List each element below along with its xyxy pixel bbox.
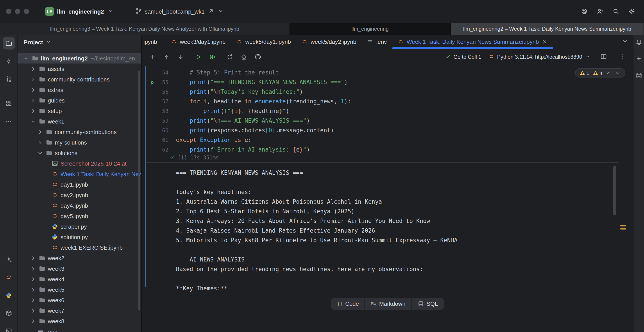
code-line[interactable]: 54 # Step 5: Print the result xyxy=(148,68,618,78)
window-tab[interactable]: llm_engineering3 – Week 1 Task: Kenyan D… xyxy=(0,23,290,35)
project-button[interactable] xyxy=(2,37,15,49)
tree-item-week5[interactable]: week5 xyxy=(18,284,141,295)
clear-outputs-button[interactable] xyxy=(238,52,250,62)
code-line[interactable]: 56 print("\nToday's key headlines:") xyxy=(148,87,618,97)
tree-item-week1[interactable]: week1 xyxy=(18,116,141,127)
code-line[interactable]: 57 for i, headline in enumerate(trending… xyxy=(148,97,618,106)
go-to-cell-widget[interactable]: Go to Cell 1 xyxy=(444,53,481,61)
tree-item-day4-ipynb[interactable]: day4.ipynb xyxy=(18,200,141,211)
tree-item-day1-ipynb[interactable]: day1.ipynb xyxy=(18,179,141,190)
editor-tab-week5-day1-ipynb[interactable]: week5/day1.ipynb xyxy=(231,35,296,49)
code-line[interactable]: 59 print("\n=== AI NEWS ANALYSIS ===") xyxy=(148,116,618,126)
tree-item-week3[interactable]: week3 xyxy=(18,263,141,274)
chevron-right-icon[interactable] xyxy=(30,286,36,293)
tree-item-solution-py[interactable]: solution.py xyxy=(18,232,141,242)
terminal-button[interactable] xyxy=(2,325,15,332)
split-editor-button[interactable] xyxy=(598,52,609,62)
python-console-button[interactable] xyxy=(2,289,15,301)
chevron-right-icon[interactable] xyxy=(30,276,36,282)
window-tab[interactable]: llm_engineering xyxy=(290,23,451,35)
project-tree-scrollbar[interactable] xyxy=(138,70,140,311)
ai-assistant-button[interactable] xyxy=(634,54,644,63)
minimize-window-button[interactable] xyxy=(15,9,20,14)
kernel-selector[interactable]: Python 3.11.14: http://localhost:8890 xyxy=(488,53,591,61)
project-switcher[interactable]: LE llm_engineering2 xyxy=(42,5,117,17)
tree-item-assets[interactable]: assets xyxy=(18,63,141,74)
run-cell-button[interactable] xyxy=(192,52,204,62)
project-panel-header[interactable]: Project xyxy=(18,35,141,49)
zoom-window-button[interactable] xyxy=(24,9,29,14)
warning-stripe-mark[interactable] xyxy=(620,228,626,229)
code-with-me-button[interactable] xyxy=(594,5,606,17)
close-tab-icon[interactable] xyxy=(542,38,548,45)
previous-problem-icon[interactable] xyxy=(606,70,612,76)
tree-item-week1-exercise-ipynb[interactable]: week1 EXERCISE.ipynb xyxy=(18,242,141,253)
editor-tab-env[interactable]: .env xyxy=(362,35,392,49)
chevron-right-icon[interactable] xyxy=(30,307,36,314)
jupyter-button[interactable] xyxy=(2,271,15,283)
settings-button[interactable] xyxy=(626,5,638,17)
search-everywhere-button[interactable] xyxy=(610,5,622,17)
add-markdown-cell-button[interactable]: M↓Markdown xyxy=(365,298,411,310)
editor-tab-week5-day2-ipynb[interactable]: week5/day2.ipynb xyxy=(296,35,362,49)
tree-item-day5-ipynb[interactable]: day5.ipynb xyxy=(18,211,141,221)
chevron-right-icon[interactable] xyxy=(30,65,36,72)
code-line[interactable]: 62 print(f"Error in AI analysis: {e}") xyxy=(148,145,618,155)
run-all-cells-button[interactable] xyxy=(206,52,218,62)
add-code-cell-button[interactable]: {}Code xyxy=(331,298,364,310)
warning-count-badge[interactable]: 1 xyxy=(580,70,589,76)
chevron-right-icon[interactable] xyxy=(30,87,36,93)
restart-kernel-button[interactable] xyxy=(224,52,236,62)
chevron-right-icon[interactable] xyxy=(30,97,36,104)
tree-item-week8[interactable]: week8 xyxy=(18,316,141,326)
tree-item-guides[interactable]: guides xyxy=(18,95,141,106)
chevron-right-icon[interactable] xyxy=(30,318,36,324)
code-cell[interactable]: 54 # Step 5: Print the result55 print("=… xyxy=(147,66,618,163)
tree-item-day2-ipynb[interactable]: day2.ipynb xyxy=(18,190,141,200)
vcs-branch-widget[interactable]: samuel_bootcamp_wk1 xyxy=(132,5,227,17)
github-button[interactable] xyxy=(252,52,264,62)
tree-item-week-1-task-daily-kenyan-news-summarizer[interactable]: Week 1 Task: Daily Kenyan News Summarize… xyxy=(18,169,141,179)
chevron-right-icon[interactable] xyxy=(30,108,36,114)
chevron-right-icon[interactable] xyxy=(37,139,44,146)
add-sql-cell-button[interactable]: SQL xyxy=(412,298,444,310)
more-options-button[interactable] xyxy=(616,52,628,62)
tree-item-setup[interactable]: setup xyxy=(18,106,141,116)
chevron-down-icon[interactable] xyxy=(30,118,36,125)
chevron-right-icon[interactable] xyxy=(30,297,36,303)
python-packages-button[interactable] xyxy=(2,307,15,319)
tree-item-week7[interactable]: week7 xyxy=(18,305,141,316)
code-line[interactable]: 58 print(f"{i}. {headline}") xyxy=(148,106,618,116)
tree-item-week4[interactable]: week4 xyxy=(18,274,141,284)
close-window-button[interactable] xyxy=(6,9,12,14)
chevron-down-icon[interactable] xyxy=(37,150,44,156)
commit-button[interactable] xyxy=(2,55,15,67)
tree-item-screenshot-2025-10-24-at[interactable]: Screenshot 2025-10-24 at xyxy=(18,158,141,169)
tree-item-week2[interactable]: week2 xyxy=(18,253,141,263)
tree-item-extras[interactable]: extras xyxy=(18,85,141,95)
chevron-right-icon[interactable] xyxy=(30,265,36,272)
ai-assistant-button[interactable] xyxy=(2,253,15,265)
tree-item-solutions[interactable]: solutions xyxy=(18,148,141,158)
chevron-right-icon[interactable] xyxy=(37,129,44,135)
database-button[interactable] xyxy=(634,70,644,80)
run-cell-gutter-icon[interactable] xyxy=(149,79,155,85)
editor-tab-week-1-task-daily-kenyan-news-summarizer[interactable]: Week 1 Task: Daily Kenyan News Summarize… xyxy=(392,35,554,49)
move-cell-down-button[interactable] xyxy=(175,52,186,62)
tree-item-community-contributions[interactable]: community-contributions xyxy=(18,74,141,85)
more-button[interactable] xyxy=(2,115,15,128)
tree-item-week6[interactable]: week6 xyxy=(18,295,141,305)
add-cell-button[interactable] xyxy=(147,52,158,62)
tree-item-llm-engineering2[interactable]: llm_engineering2~/Desktop/llm_en xyxy=(18,53,141,63)
chevron-right-icon[interactable] xyxy=(30,255,36,261)
editor-tab-ipynb[interactable]: ipynb xyxy=(142,35,166,49)
window-tab[interactable]: llm_engineering2 – Week 1 Task: Daily Ke… xyxy=(451,23,644,35)
next-problem-icon[interactable] xyxy=(615,70,621,76)
chevron-down-icon[interactable] xyxy=(23,55,30,62)
move-cell-up-button[interactable] xyxy=(161,52,172,62)
at-mentions-button[interactable] xyxy=(578,5,590,17)
warning-count-badge[interactable]: 4 xyxy=(593,70,602,76)
code-line[interactable]: 55 print("=== TRENDING KENYAN NEWS ANALY… xyxy=(148,78,618,87)
tree-item-community-contributions[interactable]: community-contributions xyxy=(18,127,141,137)
editor-scrollbar[interactable] xyxy=(613,166,616,215)
